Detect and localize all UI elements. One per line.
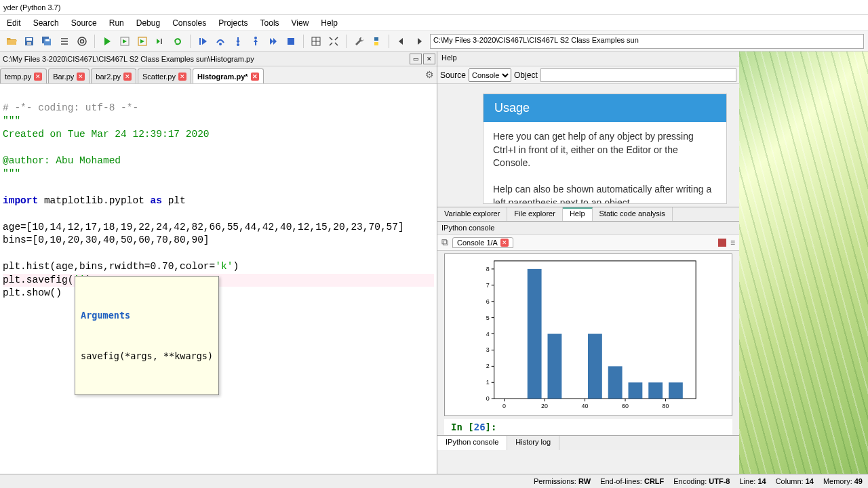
svg-point-13 — [237, 43, 239, 46]
back-icon[interactable] — [393, 33, 410, 49]
layout-icon[interactable] — [308, 33, 324, 49]
console-menu-icon[interactable]: ≡ — [730, 238, 735, 247]
editor-filepath: C:\My Files 3-2020\CIS467L\CIS467L S2 Cl… — [3, 55, 410, 63]
svg-text:0: 0 — [486, 395, 490, 402]
svg-rect-50 — [629, 382, 643, 399]
continue-icon[interactable] — [265, 33, 281, 49]
menu-debug[interactable]: Debug — [131, 16, 165, 30]
tab-scatter[interactable]: Scatter.py✕ — [138, 68, 191, 83]
run-selection-icon[interactable] — [152, 33, 168, 49]
calltip-popup: Arguments savefig(*args, **kwargs) — [75, 276, 219, 395]
usage-text-2: Help can also be shown automatically aft… — [493, 183, 717, 203]
right-pane: Help Source Console Object Usage Here yo… — [437, 52, 739, 474]
close-pane-icon[interactable]: ✕ — [423, 54, 435, 64]
tab-histogram[interactable]: Histogram.py*✕ — [193, 68, 264, 83]
run-cell-icon[interactable] — [117, 33, 133, 49]
close-icon[interactable]: ✕ — [500, 239, 509, 247]
svg-rect-11 — [199, 38, 201, 45]
tab-file-explorer[interactable]: File explorer — [507, 207, 563, 221]
svg-point-14 — [254, 37, 257, 39]
menu-projects[interactable]: Projects — [213, 16, 253, 30]
svg-text:3: 3 — [486, 346, 490, 353]
menu-tools[interactable]: Tools — [255, 16, 285, 30]
svg-text:20: 20 — [541, 403, 548, 409]
close-icon[interactable]: ✕ — [178, 73, 186, 81]
object-input[interactable] — [540, 68, 736, 82]
svg-text:40: 40 — [582, 403, 589, 409]
svg-text:5: 5 — [486, 314, 490, 321]
svg-text:8: 8 — [486, 266, 490, 272]
tab-bar2[interactable]: bar2.py✕ — [91, 68, 136, 83]
debug-play-icon[interactable] — [195, 33, 211, 49]
menu-edit[interactable]: Edit — [1, 16, 26, 30]
save-icon[interactable] — [21, 33, 37, 49]
tab-bar[interactable]: Bar.py✕ — [48, 68, 90, 83]
close-icon[interactable]: ✕ — [34, 73, 42, 81]
python-icon[interactable] — [368, 33, 384, 49]
main-toolbar: C:\My Files 3-2020\CIS467L\CIS467L S2 Cl… — [0, 31, 868, 52]
undock-icon[interactable]: ▭ — [410, 54, 422, 64]
console-prompt[interactable]: In [26]: — [444, 419, 732, 435]
svg-rect-47 — [548, 334, 562, 399]
menu-view[interactable]: View — [286, 16, 315, 30]
svg-text:80: 80 — [663, 403, 669, 409]
usage-text-1: Here you can get help of any object by p… — [493, 130, 717, 170]
close-icon[interactable]: ✕ — [251, 73, 259, 81]
tab-ipython[interactable]: IPython console — [437, 436, 507, 450]
menu-run[interactable]: Run — [104, 16, 130, 30]
svg-text:60: 60 — [622, 403, 629, 409]
tab-var-explorer[interactable]: Variable explorer — [437, 207, 507, 221]
tab-help[interactable]: Help — [563, 207, 593, 221]
close-icon[interactable]: ✕ — [77, 73, 85, 81]
rerun-icon[interactable] — [170, 33, 186, 49]
open-icon[interactable] — [3, 33, 20, 49]
stop-icon[interactable] — [283, 33, 299, 49]
svg-text:7: 7 — [486, 282, 490, 289]
source-select[interactable]: Console — [469, 68, 511, 82]
console-stop-icon[interactable] — [718, 239, 726, 247]
svg-rect-51 — [648, 382, 663, 399]
usage-header: Usage — [484, 94, 726, 122]
svg-point-7 — [81, 39, 84, 43]
svg-point-6 — [78, 37, 86, 45]
menu-search[interactable]: Search — [28, 16, 64, 30]
run-cell-advance-icon[interactable] — [134, 33, 151, 49]
menu-source[interactable]: Source — [66, 16, 102, 30]
close-icon[interactable]: ✕ — [123, 73, 132, 81]
gear-icon[interactable]: ⚙ — [425, 69, 434, 80]
svg-rect-46 — [528, 269, 542, 399]
run-icon[interactable] — [99, 33, 115, 49]
new-console-icon[interactable]: ⧉ — [441, 237, 448, 248]
step-into-icon[interactable] — [230, 33, 246, 49]
svg-rect-15 — [288, 38, 294, 45]
wrench-icon[interactable] — [351, 33, 367, 49]
saveall-icon[interactable] — [39, 33, 55, 49]
editor-tab-bar: temp.py✕ Bar.py✕ bar2.py✕ Scatter.py✕ Hi… — [0, 66, 437, 84]
console-bottom-tabs: IPython console History log — [437, 435, 739, 450]
forward-icon[interactable] — [411, 33, 427, 49]
inspector-tabs: Variable explorer File explorer Help Sta… — [437, 207, 739, 222]
console-tab[interactable]: Console 1/A✕ — [452, 237, 513, 248]
status-bar: Permissions: RW End-of-lines: CRLF Encod… — [0, 474, 868, 488]
maximize-icon[interactable] — [326, 33, 342, 49]
ipython-header: IPython console — [437, 222, 739, 235]
tab-static-analysis[interactable]: Static code analysis — [593, 207, 673, 221]
svg-point-12 — [219, 43, 222, 45]
menu-help[interactable]: Help — [315, 16, 343, 30]
working-dir-input[interactable]: C:\My Files 3-2020\CIS467L\CIS467L S2 Cl… — [430, 34, 864, 49]
menu-consoles[interactable]: Consoles — [167, 16, 212, 30]
window-title: yder (Python 3.7) — [0, 0, 868, 15]
usage-panel: Usage Here you can get help of any objec… — [483, 94, 727, 204]
svg-rect-1 — [26, 38, 32, 41]
tab-history[interactable]: History log — [507, 436, 559, 450]
list-icon[interactable] — [56, 33, 73, 49]
svg-text:4: 4 — [486, 331, 490, 338]
tab-temp[interactable]: temp.py✕ — [0, 68, 47, 83]
at-icon[interactable] — [74, 33, 90, 49]
svg-rect-52 — [669, 382, 683, 399]
editor-pane: C:\My Files 3-2020\CIS467L\CIS467L S2 Cl… — [0, 52, 437, 474]
step-out-icon[interactable] — [248, 33, 264, 49]
svg-text:0: 0 — [502, 403, 506, 409]
code-editor[interactable]: # -*- coding: utf-8 -*- """ Created on T… — [0, 84, 437, 474]
step-over-icon[interactable] — [212, 33, 229, 49]
